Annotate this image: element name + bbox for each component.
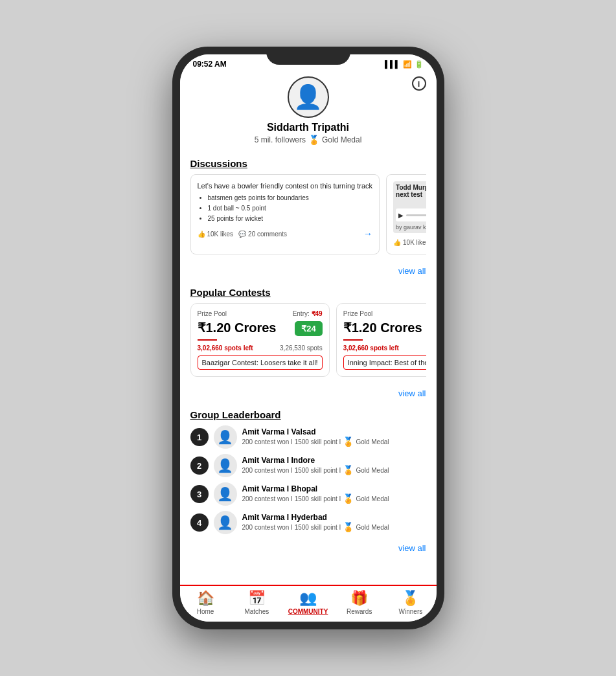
red-divider-1 xyxy=(198,339,217,341)
leaderboard-name-2: Amit Varma I Indore xyxy=(242,456,426,465)
discussions-view-all-container: view all xyxy=(180,262,437,282)
discussion-text-1: Let's have a bowler friendly contest on … xyxy=(198,181,373,223)
leaderboard-item-3[interactable]: 3 👤 Amit Varma I Bhopal 200 contest won … xyxy=(190,482,426,506)
leaderboard-info-4: Amit Varma I Hyderbad 200 contest won I … xyxy=(242,513,426,532)
red-divider-2 xyxy=(343,339,363,341)
leaderboard-meta-2: 200 contest won I 1500 skill point I 🏅 G… xyxy=(242,465,426,475)
bullet-3: 25 points for wicket xyxy=(208,214,373,223)
prize-amount-2: ₹1.20 Crores xyxy=(343,320,422,335)
contest-name-2: Inning Impact: Best of the two innings xyxy=(343,355,426,370)
avatar: 👤 xyxy=(288,76,329,118)
discussions-scroll[interactable]: Let's have a bowler friendly contest on … xyxy=(190,174,426,257)
entry-label-1: Entry: ₹49 xyxy=(293,310,323,317)
prize-amount-1: ₹1.20 Crores xyxy=(198,320,277,335)
likes-stat-2: 👍 10K likes xyxy=(393,239,426,246)
bottom-nav: 🏠 Home 📅 Matches 👥 COMMUNITY 🎁 Rewards 🏅… xyxy=(180,585,437,622)
phone-notch xyxy=(266,47,350,65)
matches-icon: 📅 xyxy=(248,590,266,607)
prize-row-2: ₹1.20 Crores ₹24 xyxy=(343,320,426,337)
spots-left-1: 3,02,660 spots left xyxy=(198,344,253,352)
contest-name-1: Baazigar Contest: Loosers take it all! xyxy=(198,355,323,370)
nav-community[interactable]: 👥 COMMUNITY xyxy=(282,590,334,615)
leaderboard-item-2[interactable]: 2 👤 Amit Varma I Indore 200 contest won … xyxy=(190,454,426,477)
discussion-card-2[interactable]: Todd Murphy to be the key spinner for ne… xyxy=(386,174,426,254)
leaderboard-name-1: Amit Varma I Valsad xyxy=(242,427,426,436)
profile-meta: 5 mil. followers 🏅 Gold Medal xyxy=(255,135,362,145)
rank-badge-4: 4 xyxy=(190,513,209,532)
wifi-icon: 📶 xyxy=(403,60,412,69)
leaderboard-section: Group Leaderboard 1 👤 Amit Varma I Valsa… xyxy=(180,404,437,539)
leaderboard-item-1[interactable]: 1 👤 Amit Varma I Valsad 200 contest won … xyxy=(190,425,426,449)
discussions-view-all[interactable]: view all xyxy=(398,266,426,276)
bullet-2: 1 dot ball ~ 0.5 point xyxy=(208,204,373,213)
spots-total-1: 3,26,530 spots xyxy=(280,344,323,352)
phone-screen: 09:52 AM ▌▌▌ 📶 🔋 i 👤 Siddarth Tripathi 5… xyxy=(180,54,437,622)
play-bar[interactable]: ▶ 🔊 xyxy=(396,208,426,221)
arrow-link-1[interactable]: → xyxy=(363,229,372,239)
leaderboard-view-all[interactable]: view all xyxy=(398,543,426,553)
contests-view-all[interactable]: view all xyxy=(398,389,426,398)
battery-icon: 🔋 xyxy=(415,60,424,69)
leaderboard-meta-3: 200 contest won I 1500 skill point I 🏅 G… xyxy=(242,493,426,504)
leaderboard-avatar-1: 👤 xyxy=(214,425,237,449)
winners-icon: 🏅 xyxy=(402,590,419,607)
status-time: 09:52 AM xyxy=(193,60,227,69)
info-button[interactable]: i xyxy=(412,76,426,91)
nav-matches[interactable]: 📅 Matches xyxy=(231,590,282,615)
join-btn-1[interactable]: ₹24 xyxy=(295,321,322,336)
phone-frame: 09:52 AM ▌▌▌ 📶 🔋 i 👤 Siddarth Tripathi 5… xyxy=(172,47,444,629)
spots-left-2: 3,02,660 spots left xyxy=(343,344,399,352)
spots-row-1: 3,02,660 spots left 3,26,530 spots xyxy=(198,344,323,352)
contests-scroll[interactable]: Prize Pool Entry: ₹49 ₹1.20 Crores ₹24 xyxy=(190,303,426,379)
leaderboard-list: 1 👤 Amit Varma I Valsad 200 contest won … xyxy=(190,425,426,534)
medal-label: Gold Medal xyxy=(322,135,361,144)
leaderboard-info-3: Amit Varma I Bhopal 200 contest won I 15… xyxy=(242,484,426,504)
contests-view-all-container: view all xyxy=(180,385,437,404)
contests-section: Popular Contests Prize Pool Entry: ₹49 xyxy=(180,282,437,385)
rank-badge-3: 3 xyxy=(190,485,209,503)
medal-icon: 🏅 xyxy=(308,135,319,145)
rank-badge-2: 2 xyxy=(190,456,209,475)
leaderboard-name-3: Amit Varma I Bhopal xyxy=(242,484,426,493)
prize-row-1: ₹1.20 Crores ₹24 xyxy=(198,320,323,337)
home-icon: 🏠 xyxy=(197,590,214,607)
prize-label-1: Prize Pool xyxy=(198,310,227,317)
leaderboard-avatar-3: 👤 xyxy=(214,482,237,506)
leaderboard-item-4[interactable]: 4 👤 Amit Varma I Hyderbad 200 contest wo… xyxy=(190,511,426,534)
prize-label-2: Prize Pool xyxy=(343,310,373,317)
discussions-title: Discussions xyxy=(190,158,426,169)
nav-rewards[interactable]: 🎁 Rewards xyxy=(334,590,385,615)
card-footer-1: 👍 10K likes 💬 20 comments → xyxy=(198,229,373,239)
nav-winners[interactable]: 🏅 Winners xyxy=(385,590,436,615)
leaderboard-name-4: Amit Varma I Hyderbad xyxy=(242,513,426,522)
leaderboard-avatar-4: 👤 xyxy=(214,511,237,534)
medal-1: 🏅 xyxy=(343,436,354,447)
profile-name: Siddarth Tripathi xyxy=(267,122,349,133)
spots-row-2: 3,02,660 spots left 3,26,530 spots xyxy=(343,344,426,352)
leaderboard-title: Group Leaderboard xyxy=(190,409,426,420)
leaderboard-avatar-2: 👤 xyxy=(214,454,237,477)
card-footer-2: 👍 10K likes 💬 20 comments → xyxy=(393,237,426,247)
bullet-1: batsmen gets points for boundaries xyxy=(208,194,373,203)
contest-card-1[interactable]: Prize Pool Entry: ₹49 ₹1.20 Crores ₹24 xyxy=(190,303,330,377)
contests-title: Popular Contests xyxy=(190,287,426,298)
community-icon: 👥 xyxy=(299,590,317,607)
discussion-card-1[interactable]: Let's have a bowler friendly contest on … xyxy=(190,174,380,254)
discussions-section: Discussions Let's have a bowler friendly… xyxy=(180,153,437,262)
media-title: Todd Murphy to be the key spinner for ne… xyxy=(396,184,426,198)
nav-winners-label: Winners xyxy=(399,608,423,615)
medal-4: 🏅 xyxy=(343,522,354,532)
likes-stat-1: 👍 10K likes xyxy=(198,231,234,238)
contest-card-2[interactable]: Prize Pool Entry: ₹49 ₹1.20 Crores ₹24 xyxy=(336,303,426,377)
play-button[interactable]: ▶ xyxy=(398,212,404,219)
scroll-content[interactable]: i 👤 Siddarth Tripathi 5 mil. followers 🏅… xyxy=(180,71,437,585)
nav-home-label: Home xyxy=(197,608,214,615)
leaderboard-meta-4: 200 contest won I 1500 skill point I 🏅 G… xyxy=(242,522,426,532)
media-author: by gaurav kapoor xyxy=(396,224,426,231)
status-icons: ▌▌▌ 📶 🔋 xyxy=(385,60,423,69)
leaderboard-meta-1: 200 contest won I 1500 skill point I 🏅 G… xyxy=(242,436,426,447)
nav-home[interactable]: 🏠 Home xyxy=(180,590,231,615)
progress-bar xyxy=(406,214,426,216)
like-icon-2: 👍 xyxy=(393,239,401,246)
leaderboard-view-all-container: view all xyxy=(180,539,437,559)
